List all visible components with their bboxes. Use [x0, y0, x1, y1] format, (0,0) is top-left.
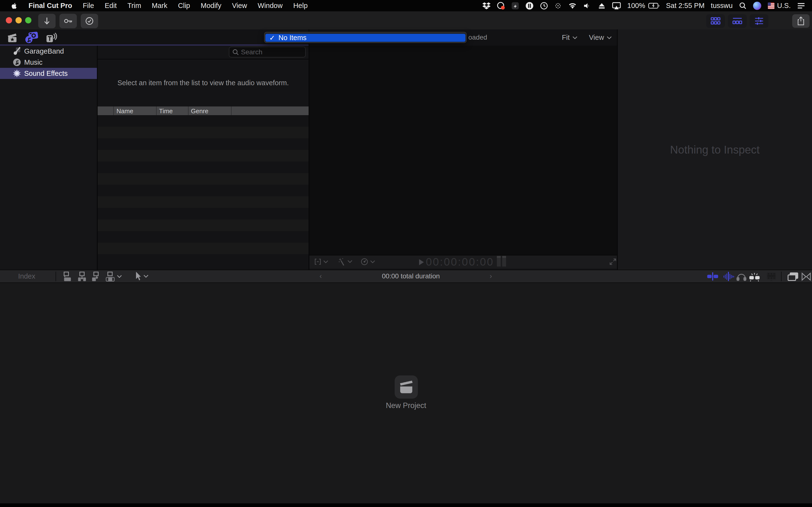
siri-icon[interactable] [753, 2, 761, 10]
menubar-app-icon[interactable] [511, 2, 519, 10]
insert-clip-button[interactable] [77, 271, 87, 282]
time-machine-icon[interactable] [540, 2, 548, 10]
play-button[interactable] [418, 259, 424, 266]
browser-view-grid-button[interactable] [706, 14, 725, 28]
menu-help[interactable]: Help [293, 2, 308, 10]
audio-meter-right[interactable] [502, 257, 506, 267]
garageband-icon [12, 47, 21, 56]
menu-list-icon[interactable] [797, 2, 805, 9]
sidebar-item-garageband[interactable]: GarageBand [0, 46, 97, 57]
timeline-index-button[interactable]: Index [18, 272, 35, 280]
list-row [98, 162, 309, 173]
pause-circle-icon[interactable] [525, 2, 534, 10]
close-window-button[interactable] [6, 17, 12, 23]
user-menu[interactable]: tusswu [711, 2, 732, 10]
menu-edit[interactable]: Edit [105, 2, 117, 10]
app-menu-title[interactable]: Final Cut Pro [29, 2, 72, 10]
menu-bar: Final Cut Pro File Edit Trim Mark Clip M… [0, 0, 812, 11]
show-browser-toggle[interactable] [788, 272, 799, 281]
new-project-button[interactable] [395, 376, 418, 399]
screen-mirroring-icon[interactable] [612, 2, 621, 10]
connect-clip-button[interactable] [63, 271, 73, 282]
spotlight-search-icon[interactable] [739, 2, 747, 10]
eject-icon[interactable] [598, 2, 606, 9]
audio-skimming-toggle[interactable] [723, 272, 734, 281]
background-tasks-button[interactable] [81, 14, 98, 28]
menu-trim[interactable]: Trim [128, 2, 141, 10]
notification-dot-icon[interactable] [497, 2, 505, 10]
view-label: View [589, 34, 604, 42]
share-button[interactable] [792, 14, 810, 28]
column-separator[interactable] [156, 107, 157, 115]
keyboard-brightness-icon[interactable] [554, 2, 562, 9]
minimize-window-button[interactable] [15, 17, 22, 23]
list-row [98, 243, 309, 254]
viewer-panel [309, 46, 617, 255]
window-title-bar [0, 11, 812, 30]
viewer-range-tool[interactable] [314, 258, 328, 265]
timeline-duration-text: 00:00 total duration [350, 272, 471, 280]
audio-meter-cap [497, 256, 501, 258]
tab-titles-generators[interactable] [45, 32, 57, 43]
sidebar-item-label: Music [24, 58, 43, 66]
import-media-button[interactable] [38, 14, 56, 28]
menu-bar-clock[interactable]: Sat 2:55 PM [666, 2, 705, 10]
wifi-icon[interactable] [568, 2, 577, 9]
column-separator[interactable] [113, 107, 114, 115]
tab-photos-audio[interactable] [25, 32, 39, 44]
tool-selector[interactable] [134, 271, 148, 281]
keywords-button[interactable] [59, 14, 77, 28]
apple-menu-icon[interactable] [11, 1, 18, 10]
column-header-name[interactable]: Name [116, 107, 133, 115]
menu-modify[interactable]: Modify [201, 2, 221, 10]
viewer-timecode[interactable]: 00:00:00:00 [426, 256, 494, 268]
zoom-fit-dropdown[interactable]: Fit [562, 34, 577, 42]
skimming-toggle[interactable] [707, 272, 718, 281]
menu-mark[interactable]: Mark [152, 2, 167, 10]
input-source-label[interactable]: U.S. [777, 2, 791, 10]
menu-window[interactable]: Window [258, 2, 283, 10]
input-source-flag-icon[interactable] [767, 2, 775, 9]
music-icon [12, 58, 21, 66]
append-clip-button[interactable] [91, 271, 101, 282]
overwrite-clip-button[interactable] [105, 271, 122, 282]
snapping-toggle[interactable] [749, 272, 760, 282]
list-row [98, 138, 309, 150]
viewer-enhancements-tool[interactable] [338, 258, 352, 266]
menu-clip[interactable]: Clip [178, 2, 190, 10]
column-separator[interactable] [231, 107, 232, 115]
viewer-expand-button[interactable] [609, 258, 617, 266]
solo-toggle[interactable] [736, 272, 747, 282]
viewer-retime-tool[interactable] [361, 258, 375, 266]
dropbox-icon[interactable] [483, 2, 491, 10]
toolbar-separator [56, 272, 56, 281]
volume-icon[interactable] [583, 2, 592, 9]
column-header-time[interactable]: Time [159, 107, 173, 115]
search-input[interactable]: Search [229, 47, 306, 57]
sidebar-item-sound-effects[interactable]: Sound Effects [0, 68, 97, 79]
audio-meter-left[interactable] [497, 257, 501, 267]
list-row [98, 115, 309, 127]
list-row [98, 173, 309, 185]
duration-next-chevron[interactable]: › [490, 272, 492, 280]
menu-view[interactable]: View [232, 2, 247, 10]
sidebar-item-label: GarageBand [24, 47, 64, 55]
audio-meter-cap [502, 256, 506, 258]
audio-enhancements-button[interactable] [750, 14, 768, 28]
list-row [98, 231, 309, 243]
sidebar-item-music[interactable]: Music [0, 57, 97, 68]
waveform-empty-message: Select an item from the list to view the… [98, 59, 309, 107]
duration-prev-chevron[interactable]: ‹ [319, 272, 322, 280]
menu-file[interactable]: File [83, 2, 94, 10]
column-header-genre[interactable]: Genre [191, 107, 208, 115]
view-dropdown[interactable]: View [589, 34, 612, 42]
browser-view-list-button[interactable] [728, 14, 747, 28]
list-row [98, 254, 309, 270]
tab-libraries[interactable] [7, 32, 18, 43]
zoom-window-button[interactable] [25, 17, 32, 23]
column-separator[interactable] [188, 107, 189, 115]
clip-appearance-button[interactable] [766, 272, 777, 282]
show-timeline-toggle[interactable] [801, 272, 811, 281]
popup-item-no-items[interactable]: ✓ No Items [265, 34, 465, 42]
battery-icon[interactable] [648, 3, 660, 9]
